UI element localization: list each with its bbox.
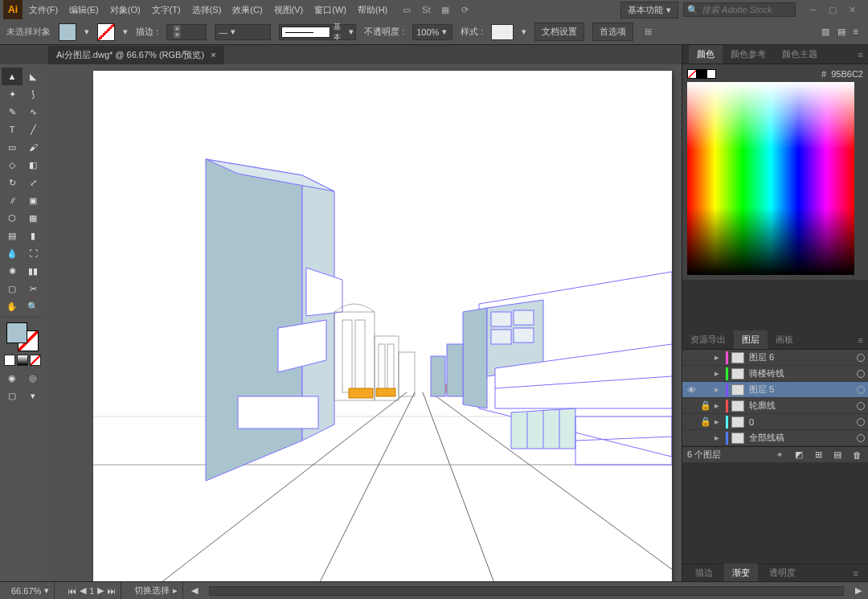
fill-indicator[interactable]	[6, 322, 27, 343]
stroke-width-input[interactable]: ▴▾	[166, 24, 207, 40]
color-mode[interactable]	[4, 355, 15, 366]
preferences-button[interactable]: 首选项	[592, 23, 633, 41]
magic-wand-tool[interactable]: ✦	[2, 85, 23, 103]
perspective-grid-tool[interactable]: ▦	[23, 209, 43, 227]
layer-row[interactable]: 🔒▸轮廓线	[682, 398, 868, 414]
panel-toggle-icon[interactable]: ▤	[837, 27, 845, 37]
tab-close-icon[interactable]: ×	[211, 50, 215, 59]
make-clipping-mask-icon[interactable]: ◩	[792, 449, 805, 460]
lock-toggle[interactable]: 🔒	[700, 400, 711, 411]
canvas[interactable]	[45, 64, 682, 581]
target-icon[interactable]	[857, 402, 865, 410]
free-transform-tool[interactable]: ▣	[23, 191, 43, 209]
target-icon[interactable]	[857, 418, 865, 426]
tab-asset-export[interactable]: 资源导出	[682, 330, 734, 349]
target-icon[interactable]	[857, 386, 865, 394]
new-sublayer-icon[interactable]: ⊞	[812, 449, 825, 460]
menu-effect[interactable]: 效果(C)	[227, 2, 267, 18]
scale-tool[interactable]: ⤢	[23, 174, 43, 191]
visibility-toggle[interactable]: 👁	[686, 385, 697, 395]
menu-file[interactable]: 文件(F)	[24, 2, 63, 18]
layer-name[interactable]: 0	[747, 417, 854, 427]
panel-menu-icon[interactable]: ≡	[854, 27, 858, 37]
fill-stroke-indicator[interactable]	[6, 322, 39, 351]
layer-row[interactable]: ▸骑楼砖线	[682, 366, 868, 382]
step-up-icon[interactable]: ▴	[174, 26, 180, 31]
direct-selection-tool[interactable]: ◣	[23, 68, 43, 85]
artboard[interactable]	[93, 71, 672, 581]
menu-view[interactable]: 视图(V)	[269, 2, 309, 18]
none-mode[interactable]	[30, 355, 41, 366]
search-input[interactable]	[702, 5, 792, 14]
tab-artboards[interactable]: 画板	[768, 330, 801, 349]
mesh-tool[interactable]: ▤	[2, 227, 23, 244]
screen-mode[interactable]: ▢	[2, 387, 23, 404]
white-swatch[interactable]	[706, 69, 716, 79]
eraser-tool[interactable]: ◧	[23, 156, 43, 174]
layer-name[interactable]: 全部线稿	[747, 432, 854, 444]
curvature-tool[interactable]: ∿	[23, 103, 43, 121]
paintbrush-tool[interactable]: 🖌	[23, 138, 43, 156]
slice-tool[interactable]: ✂	[23, 280, 43, 297]
next-icon[interactable]: ▶	[97, 585, 104, 596]
document-tab[interactable]: Ai分图层.dwg* @ 66.67% (RGB/预览) ×	[48, 46, 224, 64]
layer-name[interactable]: 轮廓线	[747, 400, 854, 412]
draw-normal[interactable]: ◉	[2, 369, 23, 387]
menu-edit[interactable]: 编辑(E)	[64, 2, 104, 18]
menu-type[interactable]: 文字(T)	[147, 2, 186, 18]
screen-mode-options[interactable]: ▾	[23, 387, 43, 404]
layer-row[interactable]: 🔒▸0	[682, 414, 868, 430]
graphic-style[interactable]	[491, 24, 514, 40]
tab-gradient[interactable]: 渐变	[724, 564, 758, 582]
shape-builder-tool[interactable]: ⬡	[2, 209, 23, 227]
last-icon[interactable]: ⏭	[107, 586, 116, 596]
expand-icon[interactable]: ▸	[714, 400, 723, 411]
rectangle-tool[interactable]: ▭	[2, 138, 23, 156]
panel-menu-icon[interactable]: ≡	[854, 335, 868, 345]
fill-swatch[interactable]	[59, 23, 76, 41]
pen-tool[interactable]: ✎	[2, 103, 23, 121]
chevron-down-icon[interactable]: ▾	[84, 27, 89, 37]
search-box[interactable]: 🔍	[683, 2, 796, 17]
expand-icon[interactable]: ▸	[714, 352, 723, 363]
lasso-tool[interactable]: ⟆	[23, 85, 43, 103]
width-tool[interactable]: ⫽	[2, 191, 23, 209]
panel-toggle-icon[interactable]: ▥	[821, 27, 829, 37]
scroll-left-icon[interactable]: ◀	[191, 585, 198, 596]
color-spectrum[interactable]	[687, 82, 854, 275]
column-graph-tool[interactable]: ▮▮	[23, 262, 43, 280]
delete-layer-icon[interactable]: 🗑	[850, 450, 863, 460]
opacity-input[interactable]: 100% ▾	[412, 24, 452, 40]
eyedropper-tool[interactable]: 💧	[2, 244, 23, 262]
document-setup-button[interactable]: 文档设置	[534, 23, 584, 41]
gradient-tool[interactable]: ▮	[23, 227, 43, 244]
scroll-right-icon[interactable]: ▶	[855, 585, 862, 596]
artboard-nav[interactable]: ⏮ ◀ 1 ▶ ⏭	[63, 582, 121, 599]
target-icon[interactable]	[857, 354, 865, 362]
symbol-sprayer-tool[interactable]: ✺	[2, 262, 23, 280]
line-tool[interactable]: ╱	[23, 121, 43, 138]
tab-stroke[interactable]: 描边	[687, 564, 721, 582]
stock-icon[interactable]: St	[420, 3, 432, 16]
hand-tool[interactable]: ✋	[2, 297, 23, 315]
var-width-profile[interactable]: — ▾	[215, 24, 271, 40]
menu-object[interactable]: 对象(O)	[105, 2, 145, 18]
type-tool[interactable]: T	[2, 121, 23, 138]
rotate-tool[interactable]: ↻	[2, 174, 23, 191]
gpu-icon[interactable]: ⟳	[458, 3, 471, 16]
none-swatch[interactable]	[687, 69, 697, 79]
layer-row[interactable]: ▸全部线稿	[682, 430, 868, 446]
chevron-down-icon[interactable]: ▾	[123, 27, 128, 37]
close-button[interactable]: ✕	[845, 3, 858, 16]
layer-row[interactable]: 👁▸图层 5	[682, 382, 868, 398]
minimize-button[interactable]: ─	[807, 3, 820, 16]
hex-value[interactable]: 95B6C2	[831, 69, 863, 79]
align-icon[interactable]: ⊞	[641, 26, 654, 39]
brush-definition[interactable]: 基本 ▾	[279, 24, 356, 40]
menu-window[interactable]: 窗口(W)	[309, 2, 351, 18]
step-down-icon[interactable]: ▾	[174, 32, 180, 38]
layer-name[interactable]: 图层 5	[747, 384, 854, 396]
lock-toggle[interactable]: 🔒	[700, 416, 711, 427]
bridge-icon[interactable]: ▭	[400, 3, 413, 16]
panel-menu-icon[interactable]: ≡	[849, 568, 863, 578]
